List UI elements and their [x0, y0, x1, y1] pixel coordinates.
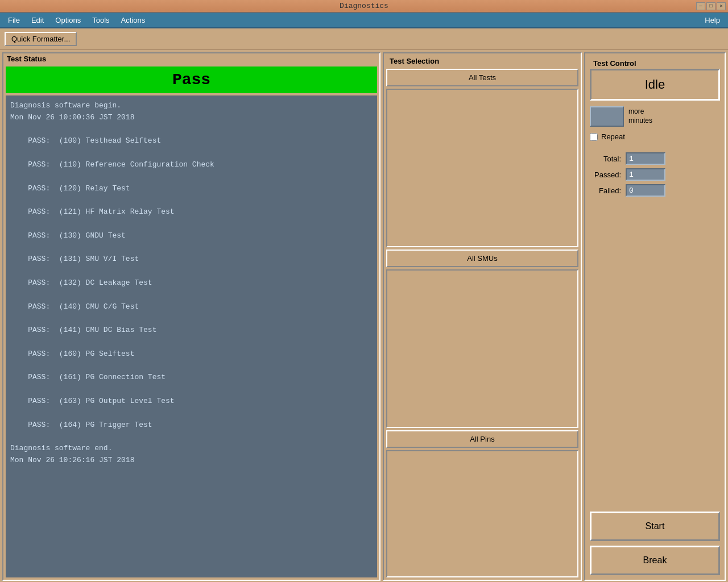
test-status-panel: Test Status Pass Diagnosis software begi…: [2, 52, 380, 581]
tests-list-box[interactable]: [386, 89, 578, 247]
quick-formatter-button[interactable]: Quick Formatter...: [5, 32, 77, 46]
menu-tools[interactable]: Tools: [86, 14, 115, 27]
passed-value: 1: [626, 168, 665, 181]
total-value: 1: [626, 152, 665, 165]
test-status-title: Test Status: [3, 53, 379, 64]
all-pins-button[interactable]: All Pins: [386, 430, 578, 448]
pass-banner: Pass: [6, 66, 377, 93]
all-smus-button[interactable]: All SMUs: [386, 250, 578, 267]
spacer: [590, 200, 720, 512]
more-minutes-button[interactable]: [590, 106, 624, 127]
close-button[interactable]: ✕: [717, 2, 726, 10]
repeat-label: Repeat: [601, 132, 625, 141]
test-selection-panel: Test Selection All Tests All SMUs All Pi…: [383, 52, 582, 581]
total-row: Total: 1: [590, 152, 720, 165]
total-label: Total:: [590, 155, 621, 163]
menu-options[interactable]: Options: [49, 14, 86, 27]
all-tests-button[interactable]: All Tests: [386, 69, 578, 86]
break-button[interactable]: Break: [590, 546, 720, 575]
failed-label: Failed:: [590, 186, 621, 195]
repeat-checkbox[interactable]: [590, 133, 598, 141]
passed-label: Passed:: [590, 171, 621, 179]
menu-edit[interactable]: Edit: [26, 14, 49, 27]
start-button[interactable]: Start: [590, 512, 720, 541]
failed-value: 0: [626, 184, 665, 197]
title-bar: Diagnostics ─ □ ✕: [0, 0, 728, 13]
repeat-row: Repeat: [590, 132, 720, 141]
idle-display: Idle: [590, 69, 720, 101]
more-minutes-label: moreminutes: [628, 107, 652, 125]
title-bar-buttons: ─ □ ✕: [696, 2, 726, 10]
failed-row: Failed: 0: [590, 184, 720, 197]
main-layout: Test Status Pass Diagnosis software begi…: [0, 50, 728, 582]
more-minutes-row: moreminutes: [590, 106, 720, 127]
test-control-panel: Test Control Idle moreminutes Repeat Tot…: [584, 52, 726, 581]
quick-formatter-bar: Quick Formatter...: [0, 28, 728, 50]
menu-actions[interactable]: Actions: [115, 14, 151, 27]
maximize-button[interactable]: □: [706, 2, 715, 10]
test-control-title: Test Control: [590, 58, 720, 69]
smus-list-box[interactable]: [386, 269, 578, 428]
minimize-button[interactable]: ─: [696, 2, 705, 10]
menu-help[interactable]: Help: [699, 14, 726, 27]
passed-row: Passed: 1: [590, 168, 720, 181]
pins-list-box[interactable]: [386, 450, 578, 577]
log-area[interactable]: Diagnosis software begin. Mon Nov 26 10:…: [6, 95, 377, 577]
test-selection-title: Test Selection: [386, 56, 578, 66]
menu-bar: File Edit Options Tools Actions Help: [0, 13, 728, 28]
app-title: Diagnostics: [340, 2, 388, 10]
menu-file[interactable]: File: [2, 14, 26, 27]
